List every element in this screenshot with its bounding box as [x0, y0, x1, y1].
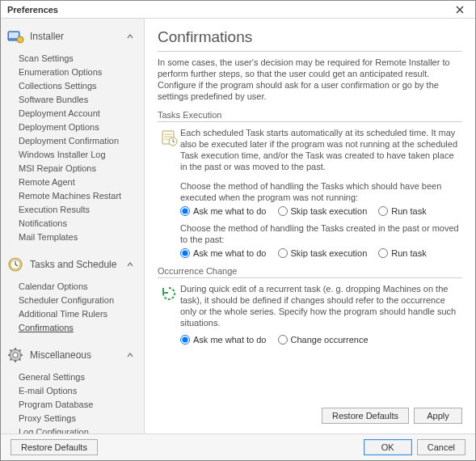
sidebar-item[interactable]: Enumeration Options [1, 65, 144, 78]
sidebar-item[interactable]: Scan Settings [1, 51, 144, 65]
radio-ask[interactable]: Ask me what to do [180, 206, 267, 216]
chevron-up-icon [126, 260, 137, 269]
svg-rect-1 [9, 32, 19, 38]
tasks-exec-q2: Choose the method of handling the Tasks … [180, 222, 462, 245]
sidebar-item[interactable]: Deployment Confirmation [1, 133, 144, 147]
radio-skip[interactable]: Skip task execution [278, 248, 368, 258]
sidebar-item[interactable]: Deployment Options [1, 120, 144, 133]
group-desc: Each scheduled Task starts automatically… [180, 127, 462, 172]
titlebar: Preferences [1, 1, 475, 19]
page-title: Confirmations [158, 28, 462, 46]
svg-line-13 [19, 350, 21, 352]
radio-change[interactable]: Change occurrence [278, 335, 369, 345]
radio-label: Skip task execution [291, 248, 368, 258]
apply-button[interactable]: Apply [414, 408, 462, 424]
recurrence-icon [158, 283, 180, 328]
radio-input[interactable] [278, 335, 288, 345]
svg-line-11 [11, 350, 12, 352]
radio-ask[interactable]: Ask me what to do [180, 335, 267, 345]
sidebar-item[interactable]: Notifications [1, 216, 144, 230]
sidebar-item[interactable]: Additional Time Rulers [1, 307, 144, 320]
task-icon [158, 127, 180, 172]
svg-point-6 [13, 353, 18, 357]
radio-label: Skip task execution [291, 206, 368, 216]
group-desc: During quick edit of a recurrent task (e… [180, 283, 462, 328]
section-items-tasks: Calendar Options Scheduler Configuration… [1, 277, 144, 342]
section-header-tasks[interactable]: Tasks and Schedule [1, 252, 144, 277]
radio-input[interactable] [180, 206, 190, 216]
tasks-exec-q1-options: Ask me what to do Skip task execution Ru… [180, 203, 462, 218]
section-label: Miscellaneous [30, 349, 126, 361]
svg-point-2 [17, 36, 23, 43]
content-footer: Restore Defaults Apply [158, 403, 462, 427]
bottom-bar: Restore Defaults OK Cancel [1, 434, 475, 460]
group-tasks-execution: Each scheduled Task starts automatically… [158, 122, 462, 176]
sidebar-item[interactable]: MSI Repair Options [1, 161, 144, 175]
radio-input[interactable] [180, 335, 190, 345]
sidebar-item[interactable]: Scheduler Configuration [1, 293, 144, 307]
radio-label: Run task [391, 248, 426, 258]
radio-label: Ask me what to do [193, 248, 267, 258]
sidebar-item[interactable]: Windows Installer Log [1, 147, 144, 161]
radio-input[interactable] [278, 248, 288, 258]
bottom-right-buttons: OK Cancel [364, 439, 465, 455]
svg-line-14 [11, 359, 12, 361]
section-items-misc: General Settings E-mail Options Program … [1, 368, 144, 434]
window-title: Preferences [7, 5, 58, 15]
close-icon[interactable] [456, 6, 470, 14]
sidebar-item[interactable]: Remote Agent [1, 175, 144, 188]
section-label: Tasks and Schedule [30, 259, 126, 270]
group-occurrence: During quick edit of a recurrent task (e… [158, 278, 462, 332]
sidebar: Installer Scan Settings Enumeration Opti… [1, 19, 145, 434]
clock-icon [6, 255, 25, 274]
divider [158, 51, 462, 52]
cancel-button[interactable]: Cancel [417, 439, 465, 455]
sidebar-item[interactable]: Remote Machines Restart [1, 188, 144, 202]
content: Confirmations In some cases, the user's … [145, 19, 475, 434]
radio-run[interactable]: Run task [378, 248, 426, 258]
radio-input[interactable] [378, 206, 388, 216]
radio-skip[interactable]: Skip task execution [278, 206, 368, 216]
sidebar-item[interactable]: Program Database [1, 397, 144, 411]
sidebar-item[interactable]: Calendar Options [1, 279, 144, 293]
radio-ask[interactable]: Ask me what to do [180, 248, 267, 258]
ok-button[interactable]: OK [364, 439, 412, 455]
chevron-up-icon [126, 32, 137, 40]
installer-icon [6, 27, 25, 46]
preferences-window: Preferences Installer [0, 0, 476, 461]
sidebar-item[interactable]: Deployment Account [1, 106, 144, 120]
tasks-exec-q2-options: Ask me what to do Skip task execution Ru… [180, 245, 462, 260]
radio-input[interactable] [278, 206, 288, 216]
sidebar-item-confirmations[interactable]: Confirmations [1, 320, 144, 334]
tasks-exec-q1: Choose the method of handling the Tasks … [180, 180, 462, 203]
sidebar-item[interactable]: E-mail Options [1, 383, 144, 397]
section-header-installer[interactable]: Installer [1, 23, 144, 49]
radio-label: Ask me what to do [193, 335, 267, 345]
section-label: Installer [30, 31, 126, 42]
sidebar-item[interactable]: Log Configuration [1, 425, 144, 434]
radio-label: Ask me what to do [193, 206, 267, 216]
chevron-up-icon [126, 351, 137, 359]
restore-defaults-button[interactable]: Restore Defaults [322, 408, 409, 424]
sidebar-item[interactable]: Execution Results [1, 202, 144, 216]
intro-text: In some cases, the user's decision may b… [158, 57, 462, 102]
svg-line-12 [19, 359, 21, 361]
section-items-installer: Scan Settings Enumeration Options Collec… [1, 49, 144, 252]
group-label-tasks-execution: Tasks Execution [158, 110, 462, 122]
section-header-misc[interactable]: Miscellaneous [1, 342, 144, 368]
radio-input[interactable] [180, 248, 190, 258]
sidebar-item[interactable]: Mail Templates [1, 230, 144, 243]
occurrence-options: Ask me what to do Change occurrence [180, 332, 462, 346]
gear-icon [6, 345, 25, 365]
body: Installer Scan Settings Enumeration Opti… [1, 19, 475, 434]
group-label-occurrence: Occurrence Change [158, 266, 462, 278]
radio-input[interactable] [378, 248, 388, 258]
restore-defaults-global-button[interactable]: Restore Defaults [11, 439, 98, 455]
sidebar-item[interactable]: Software Bundles [1, 92, 144, 106]
sidebar-item[interactable]: General Settings [1, 370, 144, 383]
sidebar-item[interactable]: Collections Settings [1, 78, 144, 92]
radio-run[interactable]: Run task [378, 206, 426, 216]
radio-label: Change occurrence [291, 335, 369, 345]
sidebar-item[interactable]: Proxy Settings [1, 411, 144, 425]
radio-label: Run task [391, 206, 426, 216]
